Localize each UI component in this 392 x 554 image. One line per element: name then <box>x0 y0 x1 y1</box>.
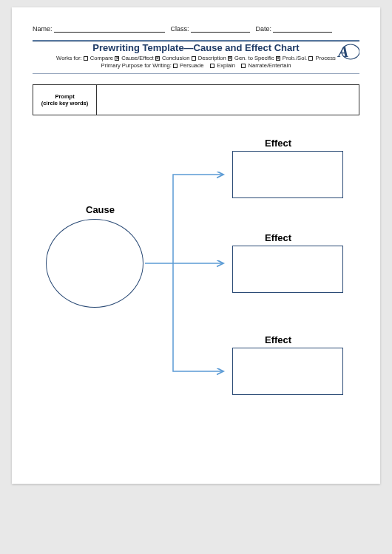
prompt-header-cell: Prompt (circle key words) <box>33 85 97 115</box>
page-title: Prewriting Template—Cause and Effect Cha… <box>92 42 299 53</box>
name-input-line[interactable] <box>54 25 165 33</box>
checkbox-conclusion[interactable]: Conclusion <box>155 55 190 61</box>
arrow-top <box>173 175 223 263</box>
purpose-prefix: Primary Purpose for Writing: <box>101 62 172 69</box>
horizontal-rule <box>33 40 359 41</box>
date-input-line[interactable] <box>273 25 332 33</box>
class-input-line[interactable] <box>191 25 250 33</box>
horizontal-rule-thin <box>33 73 359 74</box>
prompt-title: Prompt <box>55 93 74 100</box>
prompt-input-area[interactable] <box>97 85 359 115</box>
checkbox-compare[interactable]: Compare <box>84 55 113 61</box>
checkbox-persuade[interactable]: Persuade <box>173 62 204 69</box>
arrow-bottom <box>173 263 223 371</box>
prompt-subtitle: (circle key words) <box>41 100 88 107</box>
class-label: Class: <box>171 25 189 33</box>
svg-text:A: A <box>337 42 349 61</box>
name-field: Name: <box>33 25 165 33</box>
school-logo: A <box>333 41 359 61</box>
checkbox-prob-sol[interactable]: Prob./Sol. <box>276 55 307 61</box>
date-field: Date: <box>256 25 333 33</box>
checkbox-cause-effect[interactable]: Cause/Effect <box>115 55 153 61</box>
name-label: Name: <box>33 25 53 33</box>
header-fields: Name: Class: Date: <box>33 25 359 33</box>
checkbox-process[interactable]: Process <box>308 55 336 61</box>
cause-effect-diagram: Cause Effect Effect Effect <box>33 138 359 419</box>
works-for-row: Works for: Compare Cause/Effect Conclusi… <box>33 55 359 70</box>
date-label: Date: <box>256 25 272 33</box>
checkbox-gen-specific[interactable]: Gen. to Specific <box>228 55 274 61</box>
checkbox-description[interactable]: Description <box>192 55 226 61</box>
arrows <box>33 138 359 419</box>
checkbox-explain[interactable]: Explain <box>210 62 235 69</box>
prompt-box: Prompt (circle key words) <box>33 84 359 115</box>
title-row: Prewriting Template—Cause and Effect Cha… <box>33 42 359 53</box>
checkbox-narrate[interactable]: Narrate/Entertain <box>241 62 291 69</box>
class-field: Class: <box>171 25 250 33</box>
works-for-prefix: Works for: <box>56 55 81 61</box>
worksheet-page: Name: Class: Date: Prewriting Template—C… <box>12 7 380 484</box>
